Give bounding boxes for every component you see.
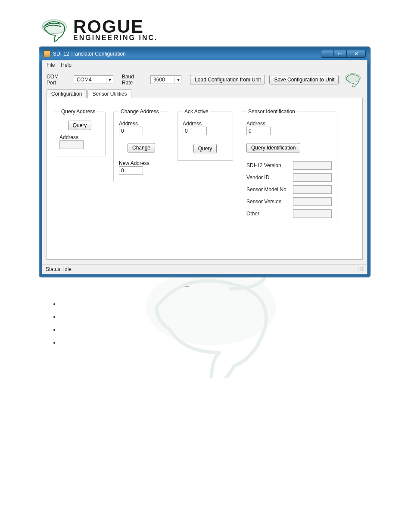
window-title: SDI-12 Translator Configuration — [53, 51, 126, 57]
group-query-address: Query Address Query Address - — [54, 109, 106, 156]
brand-logo: ROGUE ENGINEERING INC. — [39, 17, 411, 42]
menubar: File Help — [42, 60, 367, 69]
ack-query-button[interactable]: Query — [193, 144, 217, 153]
com-port-label: COM Port — [47, 74, 69, 86]
baud-rate-combo[interactable]: 9600 ▾ — [150, 75, 181, 84]
baud-rate-label: Baud Rate — [122, 74, 146, 86]
group-legend: Query Address — [59, 109, 97, 115]
new-address-input[interactable]: 0 — [119, 166, 143, 175]
brand-sub: ENGINEERING INC. — [73, 35, 158, 41]
other-label: Other — [246, 211, 290, 217]
vendor-id-value — [293, 173, 332, 182]
group-legend: Ack Active — [183, 109, 210, 115]
group-ack-active: Ack Active Address 0 Query — [177, 109, 233, 161]
change-address-button[interactable]: Change — [128, 143, 155, 152]
query-address-button[interactable]: Query — [68, 121, 92, 130]
group-sensor-identification: Sensor Identification Address 0 Query Id… — [241, 109, 337, 225]
query-address-value: - — [59, 140, 84, 149]
tab-panel-sensor-utilities: Query Address Query Address - Change Add… — [47, 98, 363, 260]
list-item: — — [59, 314, 411, 315]
chevron-down-icon: ▾ — [174, 77, 180, 83]
menu-file[interactable]: File — [47, 62, 55, 68]
vendor-id-label: Vendor ID — [246, 174, 290, 180]
baud-rate-value: 9600 — [153, 77, 174, 83]
change-address-input[interactable]: 0 — [119, 127, 143, 135]
app-icon — [44, 50, 50, 57]
ident-address-input[interactable]: 0 — [246, 127, 271, 135]
maximize-button[interactable]: ▭ — [334, 50, 347, 58]
sdi12-version-label: SDI-12 Version — [246, 162, 290, 168]
elephant-icon — [343, 72, 363, 88]
sensor-model-label: Sensor Model No — [246, 187, 290, 193]
close-icon: ✕ — [354, 51, 358, 57]
status-text: Status: Idle — [46, 266, 72, 272]
tab-sensor-utilities[interactable]: Sensor Utilities — [87, 89, 131, 99]
maximize-icon: ▭ — [338, 51, 342, 57]
tab-configuration[interactable]: Configuration — [47, 89, 87, 98]
below-window-list: — — — — — [52, 286, 411, 341]
change-address-label: Address — [119, 121, 164, 127]
app-window: SDI-12 Translator Configuration — ▭ ✕ Fi… — [39, 47, 371, 277]
query-identification-button[interactable]: Query Identification — [246, 143, 300, 152]
sensor-version-value — [293, 197, 332, 206]
chevron-down-icon: ▾ — [106, 77, 112, 83]
load-config-button[interactable]: Load Configuration from Unit — [190, 75, 265, 84]
new-address-label: New Address — [119, 160, 164, 166]
elephant-icon — [39, 17, 70, 42]
sensor-model-value — [293, 185, 332, 194]
tabstrip: Configuration Sensor Utilities — [42, 89, 367, 98]
list-item: — — [59, 327, 411, 328]
group-legend: Change Address — [119, 109, 161, 115]
list-item: — — [59, 339, 411, 341]
ident-address-label: Address — [246, 121, 332, 127]
group-legend: Sensor Identification — [246, 109, 297, 115]
minimize-button[interactable]: — — [321, 50, 334, 58]
save-config-button[interactable]: Save Configuration to Unit — [269, 75, 339, 84]
list-item: — — [59, 301, 411, 302]
com-port-value: COM4 — [77, 77, 106, 83]
close-button[interactable]: ✕ — [347, 50, 366, 58]
other-value — [293, 209, 332, 218]
menu-help[interactable]: Help — [61, 62, 72, 68]
titlebar: SDI-12 Translator Configuration — ▭ ✕ — [42, 50, 367, 60]
com-port-combo[interactable]: COM4 ▾ — [74, 75, 113, 84]
ack-address-label: Address — [183, 121, 227, 127]
resize-grip-icon[interactable] — [358, 266, 364, 272]
sensor-version-label: Sensor Version — [246, 199, 290, 205]
ack-address-input[interactable]: 0 — [183, 127, 207, 135]
toolbar: COM Port COM4 ▾ Baud Rate 9600 ▾ Load Co… — [42, 69, 367, 89]
minimize-icon: — — [325, 51, 330, 57]
query-address-label: Address — [59, 134, 100, 140]
brand-main: ROGUE — [73, 19, 158, 35]
sdi12-version-value — [293, 161, 332, 170]
statusbar: Status: Idle — [42, 264, 367, 274]
group-change-address: Change Address Address 0 Change New Addr… — [113, 109, 169, 182]
